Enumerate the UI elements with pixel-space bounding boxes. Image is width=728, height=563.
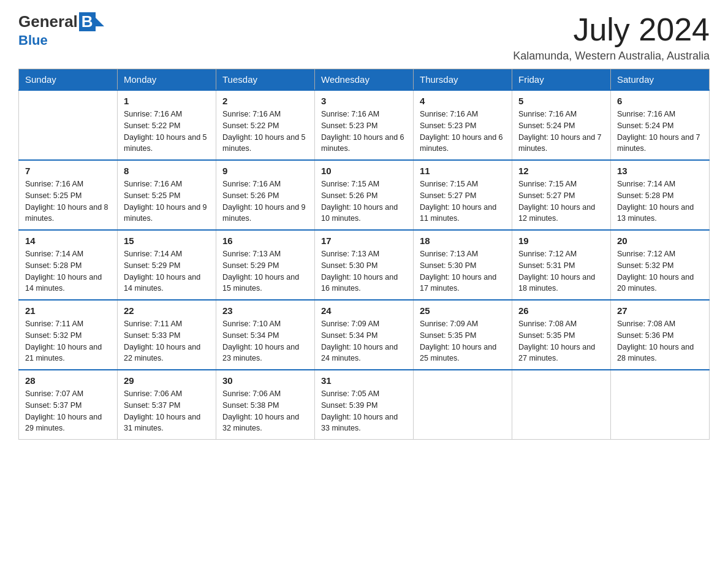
day-number: 22 [124,305,210,316]
calendar-cell: 22Sunrise: 7:11 AMSunset: 5:33 PMDayligh… [118,300,216,370]
calendar-cell: 1Sunrise: 7:16 AMSunset: 5:22 PMDaylight… [118,90,216,160]
calendar-header-tuesday: Tuesday [216,69,315,91]
day-number: 19 [518,236,604,246]
day-number: 10 [321,166,407,176]
logo-arrow-icon [96,18,104,26]
calendar-cell: 19Sunrise: 7:12 AMSunset: 5:31 PMDayligh… [512,230,611,300]
calendar-cell: 21Sunrise: 7:11 AMSunset: 5:32 PMDayligh… [19,300,118,370]
day-info: Sunrise: 7:06 AMSunset: 5:37 PMDaylight:… [124,388,210,434]
calendar-week-row: 14Sunrise: 7:14 AMSunset: 5:28 PMDayligh… [19,230,710,300]
day-number: 25 [420,305,506,316]
logo-subtitle: Blue [18,33,48,48]
day-info: Sunrise: 7:08 AMSunset: 5:36 PMDaylight:… [617,318,703,364]
day-info: Sunrise: 7:16 AMSunset: 5:26 PMDaylight:… [222,178,308,224]
day-info: Sunrise: 7:13 AMSunset: 5:30 PMDaylight:… [321,248,407,294]
calendar-cell [414,370,512,440]
day-number: 7 [25,166,111,176]
calendar-cell: 18Sunrise: 7:13 AMSunset: 5:30 PMDayligh… [414,230,512,300]
day-info: Sunrise: 7:14 AMSunset: 5:28 PMDaylight:… [617,178,703,224]
calendar-cell: 30Sunrise: 7:06 AMSunset: 5:38 PMDayligh… [216,370,315,440]
calendar-header-row: SundayMondayTuesdayWednesdayThursdayFrid… [19,69,710,91]
calendar-cell: 23Sunrise: 7:10 AMSunset: 5:34 PMDayligh… [216,300,315,370]
calendar-week-row: 21Sunrise: 7:11 AMSunset: 5:32 PMDayligh… [19,300,710,370]
day-number: 12 [518,166,604,176]
day-info: Sunrise: 7:16 AMSunset: 5:25 PMDaylight:… [124,178,210,224]
logo-blue-text: B [79,12,96,31]
logo-general-text: General [18,12,78,31]
calendar-cell [19,90,118,160]
calendar-cell: 2Sunrise: 7:16 AMSunset: 5:22 PMDaylight… [216,90,315,160]
calendar-week-row: 7Sunrise: 7:16 AMSunset: 5:25 PMDaylight… [19,160,710,230]
day-info: Sunrise: 7:16 AMSunset: 5:22 PMDaylight:… [124,109,210,155]
calendar-cell: 13Sunrise: 7:14 AMSunset: 5:28 PMDayligh… [611,160,710,230]
title-block: July 2024 Kalamunda, Western Australia, … [513,12,710,63]
day-number: 4 [420,96,506,106]
day-number: 2 [222,96,308,106]
day-info: Sunrise: 7:11 AMSunset: 5:33 PMDaylight:… [124,318,210,364]
calendar-cell: 31Sunrise: 7:05 AMSunset: 5:39 PMDayligh… [315,370,414,440]
day-number: 15 [124,236,210,246]
calendar-cell: 12Sunrise: 7:15 AMSunset: 5:27 PMDayligh… [512,160,611,230]
calendar-cell: 24Sunrise: 7:09 AMSunset: 5:34 PMDayligh… [315,300,414,370]
day-info: Sunrise: 7:15 AMSunset: 5:27 PMDaylight:… [420,178,506,224]
day-number: 27 [617,305,703,316]
calendar-cell: 3Sunrise: 7:16 AMSunset: 5:23 PMDaylight… [315,90,414,160]
calendar-header-monday: Monday [118,69,216,91]
calendar-header-friday: Friday [512,69,611,91]
day-info: Sunrise: 7:15 AMSunset: 5:27 PMDaylight:… [518,178,604,224]
day-info: Sunrise: 7:16 AMSunset: 5:25 PMDaylight:… [25,178,111,224]
day-info: Sunrise: 7:16 AMSunset: 5:22 PMDaylight:… [222,109,308,155]
calendar-cell: 15Sunrise: 7:14 AMSunset: 5:29 PMDayligh… [118,230,216,300]
day-number: 31 [321,375,407,386]
day-number: 20 [617,236,703,246]
day-info: Sunrise: 7:10 AMSunset: 5:34 PMDaylight:… [222,318,308,364]
day-info: Sunrise: 7:06 AMSunset: 5:38 PMDaylight:… [222,388,308,434]
calendar-cell: 11Sunrise: 7:15 AMSunset: 5:27 PMDayligh… [414,160,512,230]
calendar-cell: 16Sunrise: 7:13 AMSunset: 5:29 PMDayligh… [216,230,315,300]
day-number: 6 [617,96,703,106]
day-number: 13 [617,166,703,176]
calendar-cell [512,370,611,440]
day-info: Sunrise: 7:12 AMSunset: 5:31 PMDaylight:… [518,248,604,294]
day-info: Sunrise: 7:13 AMSunset: 5:29 PMDaylight:… [222,248,308,294]
day-number: 17 [321,236,407,246]
day-number: 1 [124,96,210,106]
calendar-header-thursday: Thursday [414,69,512,91]
day-info: Sunrise: 7:13 AMSunset: 5:30 PMDaylight:… [420,248,506,294]
logo: General B Blue [18,12,104,48]
calendar-header-wednesday: Wednesday [315,69,414,91]
day-info: Sunrise: 7:14 AMSunset: 5:28 PMDaylight:… [25,248,111,294]
day-number: 16 [222,236,308,246]
calendar-cell: 10Sunrise: 7:15 AMSunset: 5:26 PMDayligh… [315,160,414,230]
day-number: 23 [222,305,308,316]
day-number: 24 [321,305,407,316]
calendar-header-saturday: Saturday [611,69,710,91]
day-info: Sunrise: 7:16 AMSunset: 5:24 PMDaylight:… [617,109,703,155]
day-number: 3 [321,96,407,106]
calendar-cell: 25Sunrise: 7:09 AMSunset: 5:35 PMDayligh… [414,300,512,370]
calendar-cell [611,370,710,440]
calendar-table: SundayMondayTuesdayWednesdayThursdayFrid… [18,69,710,440]
calendar-cell: 29Sunrise: 7:06 AMSunset: 5:37 PMDayligh… [118,370,216,440]
day-number: 26 [518,305,604,316]
calendar-week-row: 1Sunrise: 7:16 AMSunset: 5:22 PMDaylight… [19,90,710,160]
calendar-cell: 9Sunrise: 7:16 AMSunset: 5:26 PMDaylight… [216,160,315,230]
day-info: Sunrise: 7:16 AMSunset: 5:23 PMDaylight:… [321,109,407,155]
calendar-cell: 6Sunrise: 7:16 AMSunset: 5:24 PMDaylight… [611,90,710,160]
location-subtitle: Kalamunda, Western Australia, Australia [513,50,710,63]
day-info: Sunrise: 7:14 AMSunset: 5:29 PMDaylight:… [124,248,210,294]
day-info: Sunrise: 7:05 AMSunset: 5:39 PMDaylight:… [321,388,407,434]
calendar-cell: 4Sunrise: 7:16 AMSunset: 5:23 PMDaylight… [414,90,512,160]
calendar-header-sunday: Sunday [19,69,118,91]
day-info: Sunrise: 7:11 AMSunset: 5:32 PMDaylight:… [25,318,111,364]
day-number: 21 [25,305,111,316]
day-info: Sunrise: 7:09 AMSunset: 5:35 PMDaylight:… [420,318,506,364]
day-number: 5 [518,96,604,106]
calendar-cell: 14Sunrise: 7:14 AMSunset: 5:28 PMDayligh… [19,230,118,300]
day-info: Sunrise: 7:16 AMSunset: 5:23 PMDaylight:… [420,109,506,155]
calendar-cell: 28Sunrise: 7:07 AMSunset: 5:37 PMDayligh… [19,370,118,440]
calendar-cell: 20Sunrise: 7:12 AMSunset: 5:32 PMDayligh… [611,230,710,300]
day-info: Sunrise: 7:16 AMSunset: 5:24 PMDaylight:… [518,109,604,155]
day-number: 9 [222,166,308,176]
calendar-cell: 27Sunrise: 7:08 AMSunset: 5:36 PMDayligh… [611,300,710,370]
